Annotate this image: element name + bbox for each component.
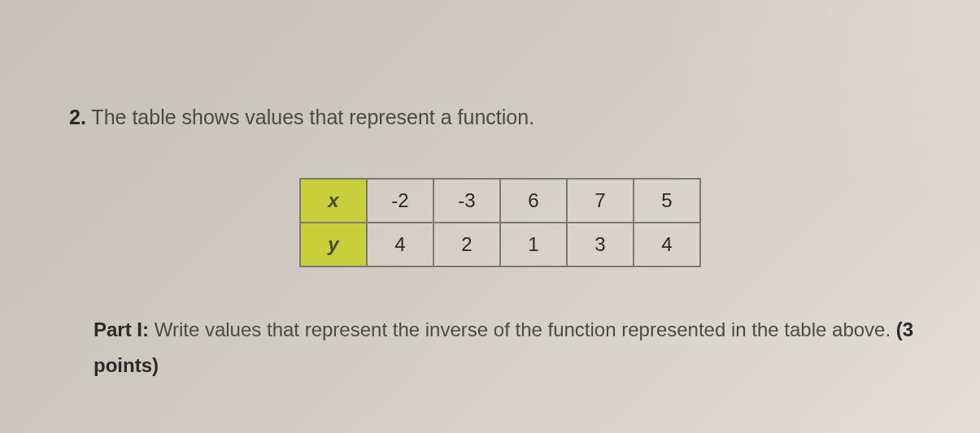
question-text: The table shows values that represent a … [91, 106, 534, 128]
part-text: Write values that represent the inverse … [155, 318, 891, 340]
function-table: x -2 -3 6 7 5 y 4 2 1 3 4 [299, 178, 701, 267]
table-cell: 4 [367, 223, 433, 266]
table-cell: 4 [634, 223, 700, 266]
table-cell: -2 [367, 179, 433, 223]
table-cell: -3 [433, 179, 500, 223]
table-cell: 7 [567, 179, 634, 223]
part-prompt: Part I: Write values that represent the … [69, 312, 931, 384]
table-row: y 4 2 1 3 4 [300, 223, 700, 266]
table-row: x -2 -3 6 7 5 [300, 179, 700, 223]
row-header-y: y [300, 223, 367, 266]
table-cell: 5 [634, 179, 700, 223]
table-cell: 1 [500, 223, 567, 266]
question-prompt: 2. The table shows values that represent… [69, 106, 931, 129]
part-label: Part I: [94, 318, 149, 340]
row-header-x: x [300, 179, 367, 223]
table-cell: 6 [500, 179, 567, 223]
question-number: 2. [69, 106, 86, 128]
function-table-wrap: x -2 -3 6 7 5 y 4 2 1 3 4 [69, 178, 931, 267]
table-cell: 3 [567, 223, 634, 266]
table-cell: 2 [433, 223, 500, 266]
worksheet-content: 2. The table shows values that represent… [0, 0, 980, 417]
